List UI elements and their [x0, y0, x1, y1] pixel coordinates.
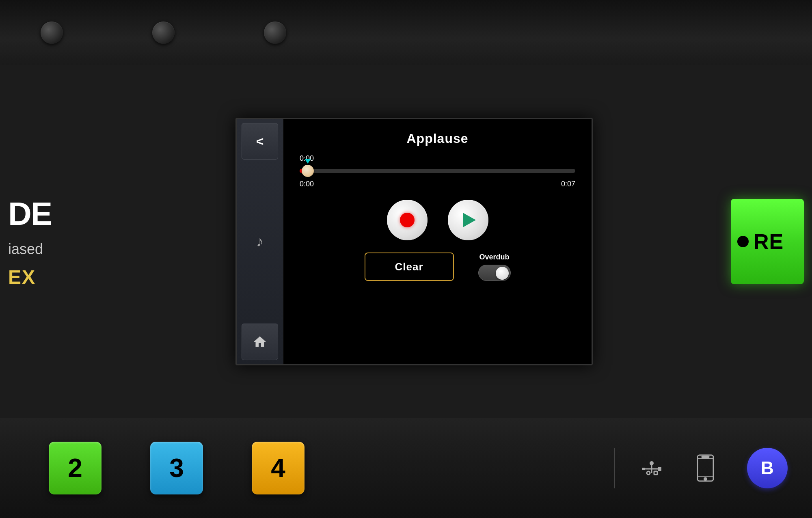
device-screen: < ♪ Applause 0:00 — [235, 118, 593, 365]
record-button[interactable] — [387, 200, 428, 240]
sidebar-music-area: ♪ — [256, 164, 263, 319]
screen-content: Applause 0:00 0:00 0:07 — [283, 119, 592, 364]
svg-point-0 — [650, 461, 654, 465]
time-end: 0:07 — [561, 180, 575, 188]
rec-button[interactable]: RE — [731, 199, 804, 284]
bottom-hardware-bar: 2 3 4 — [0, 418, 812, 518]
clear-button[interactable]: Clear — [365, 253, 454, 281]
play-triangle-icon — [463, 213, 476, 227]
svg-rect-6 — [654, 471, 657, 475]
foot-buttons: 2 3 4 — [24, 442, 606, 494]
svg-point-10 — [704, 478, 707, 480]
overdub-toggle[interactable] — [478, 265, 511, 281]
left-panel: DE iased EX — [0, 65, 81, 418]
brand-ex: EX — [8, 266, 81, 288]
foot-button-4[interactable]: 4 — [252, 442, 304, 494]
track-title: Applause — [406, 131, 468, 146]
foot-button-3[interactable]: 3 — [150, 442, 203, 494]
back-chevron-icon: < — [256, 134, 264, 149]
right-panel: RE — [731, 65, 812, 418]
rec-label: RE — [754, 229, 784, 254]
overdub-label: Overdub — [479, 253, 509, 261]
play-button[interactable] — [448, 200, 488, 240]
phone-icon — [696, 454, 715, 482]
time-markers: 0:00 0:07 — [300, 180, 575, 188]
progress-thumb[interactable] — [302, 165, 314, 177]
overdub-section: Overdub — [478, 253, 511, 281]
brand-biased: iased — [8, 241, 81, 258]
progress-area: 0:00 0:00 0:07 — [300, 154, 575, 188]
transport-controls — [387, 200, 488, 240]
bottom-icons: B — [639, 448, 788, 488]
sidebar: < ♪ — [237, 119, 283, 364]
svg-point-5 — [647, 471, 650, 475]
bluetooth-button[interactable]: B — [747, 448, 788, 488]
brand-de: DE — [8, 195, 81, 233]
bottom-controls: Clear Overdub — [365, 253, 511, 281]
foot-button-2[interactable]: 2 — [49, 442, 102, 494]
toggle-thumb — [496, 267, 509, 280]
top-hardware-bar — [0, 0, 812, 65]
knob-3[interactable] — [264, 22, 286, 44]
current-time-top: 0:00 — [300, 154, 575, 163]
svg-rect-4 — [658, 467, 661, 471]
main-area: DE iased EX < ♪ Applause 0:00 — [0, 65, 812, 418]
progress-indicator-arrow — [304, 159, 311, 164]
foot-button-4-label: 4 — [271, 453, 285, 483]
divider — [614, 448, 615, 488]
bluetooth-icon: B — [761, 458, 774, 478]
home-icon — [253, 335, 267, 349]
back-button[interactable]: < — [242, 123, 278, 160]
usb-icon — [639, 460, 664, 476]
svg-rect-3 — [642, 468, 645, 470]
knob-2[interactable] — [152, 22, 175, 44]
time-start: 0:00 — [300, 180, 314, 188]
progress-track[interactable] — [300, 169, 575, 173]
foot-button-3-label: 3 — [169, 453, 184, 483]
foot-button-2-label: 2 — [68, 453, 82, 483]
rec-dot-icon — [737, 236, 749, 247]
home-button[interactable] — [242, 324, 278, 360]
knob-1[interactable] — [41, 22, 63, 44]
music-note-icon: ♪ — [256, 233, 263, 250]
svg-rect-11 — [702, 456, 709, 458]
progress-bar-container[interactable] — [300, 165, 575, 177]
record-dot-icon — [400, 213, 415, 227]
